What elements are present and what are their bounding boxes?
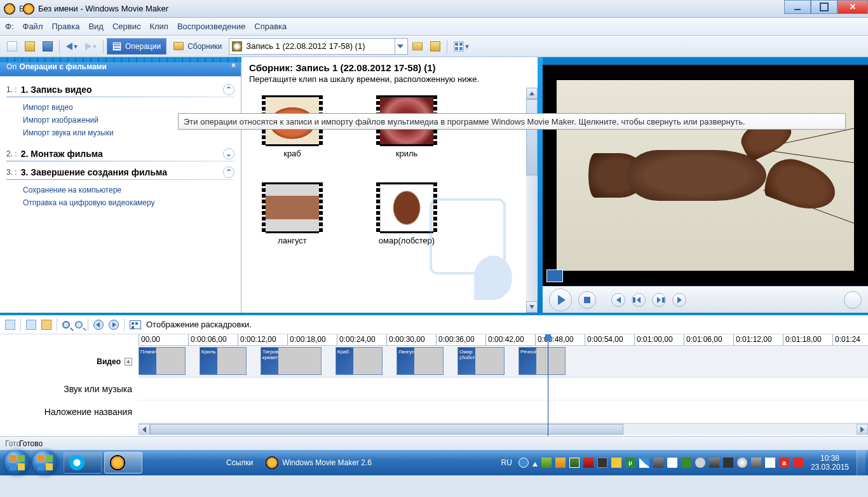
- tray-help-icon[interactable]: [519, 458, 529, 468]
- view-mode-button[interactable]: ▾: [451, 38, 472, 55]
- collection-combobox[interactable]: Запись 1 (22.08.2012 17-58) (1): [229, 38, 408, 55]
- task-section-2[interactable]: 2. : 2. Монтаж фильма ⌄: [6, 148, 234, 160]
- taskbar-app-button[interactable]: Windows Movie Maker 2.6: [266, 456, 372, 469]
- stop-button[interactable]: [578, 291, 596, 309]
- video-track[interactable]: ПланктКрильТигров креветкаКрабЛангустОма…: [139, 346, 868, 378]
- tray-hidden-icons[interactable]: [532, 460, 538, 466]
- scroll-track[interactable]: [150, 424, 857, 435]
- tray-icon[interactable]: [695, 458, 705, 468]
- tray-icon[interactable]: [681, 458, 691, 468]
- tray-utorrent-icon[interactable]: μ: [625, 458, 635, 468]
- timeline-clip[interactable]: Криль: [200, 347, 247, 375]
- timeline-tool-2-icon[interactable]: [26, 320, 36, 330]
- menu-clip[interactable]: Клип: [149, 22, 168, 31]
- prev-frame-button[interactable]: [611, 293, 625, 307]
- save-to-computer-link[interactable]: Сохранение на компьютере: [6, 184, 234, 196]
- chevron-down-icon[interactable]: ⌄: [223, 148, 234, 160]
- new-folder-button[interactable]: [427, 38, 444, 55]
- scroll-thumb[interactable]: [526, 99, 538, 175]
- timeline-rewind-icon[interactable]: [93, 320, 104, 330]
- split-button[interactable]: [844, 291, 862, 309]
- task-section-3[interactable]: 3. : 3. Завершение создания фильма ⌃: [6, 167, 234, 178]
- nav-up-button[interactable]: [409, 38, 426, 55]
- chevron-up-icon[interactable]: ⌃: [223, 167, 234, 178]
- clip-item[interactable]: лангуст: [254, 182, 330, 245]
- taskbar-links-label[interactable]: Ссылки: [226, 458, 253, 467]
- menu-file[interactable]: Файл: [23, 22, 43, 31]
- tray-icon[interactable]: [639, 458, 649, 468]
- timeline-narrate-icon[interactable]: [41, 320, 51, 330]
- timeline-clip[interactable]: Краб: [336, 347, 383, 375]
- expand-track-button[interactable]: +: [125, 358, 132, 365]
- tray-network-icon[interactable]: [751, 458, 761, 468]
- tray-icon[interactable]: [611, 458, 621, 468]
- clip-item[interactable]: омар(лобстер): [369, 182, 445, 245]
- timeline-tracks[interactable]: 00,000:00:06,000:00:12,000:00:18,000:00:…: [139, 334, 868, 436]
- forward-button[interactable]: [652, 293, 666, 307]
- menu-service[interactable]: Сервис: [112, 22, 141, 31]
- scroll-left-button[interactable]: [139, 424, 150, 435]
- tray-icon[interactable]: [541, 458, 552, 468]
- tray-icon[interactable]: [793, 458, 803, 468]
- tray-icon[interactable]: [653, 458, 663, 468]
- maximize-button[interactable]: [811, 0, 837, 14]
- tray-icon[interactable]: [723, 458, 733, 468]
- chevron-up-icon[interactable]: ⌃: [223, 84, 234, 95]
- redo-button[interactable]: ▾: [82, 38, 100, 55]
- chevron-down-icon[interactable]: [395, 39, 405, 54]
- open-button[interactable]: [22, 38, 38, 55]
- timeline-clip[interactable]: Речной: [519, 347, 566, 375]
- tray-antivirus-icon[interactable]: [583, 458, 593, 468]
- taskbar-wmm[interactable]: [104, 452, 142, 473]
- scroll-down-button[interactable]: [526, 301, 538, 313]
- title-track[interactable]: [139, 400, 868, 423]
- next-frame-button[interactable]: [672, 293, 686, 307]
- close-button[interactable]: [837, 0, 868, 14]
- rewind-button[interactable]: [632, 293, 646, 307]
- timeline-h-scrollbar[interactable]: [139, 423, 868, 435]
- menu-help[interactable]: Справка: [254, 22, 287, 31]
- audio-track[interactable]: [139, 378, 868, 400]
- collections-toggle[interactable]: Сборники: [168, 38, 227, 55]
- taskbar-skype[interactable]: [64, 452, 102, 473]
- timeline-tool-1-icon[interactable]: [5, 320, 15, 330]
- playhead[interactable]: [548, 334, 548, 436]
- start-button-dup[interactable]: [28, 450, 62, 475]
- timeline-clip[interactable]: Тигров креветка: [261, 347, 322, 375]
- tray-icon[interactable]: [709, 458, 719, 468]
- timeline-clip[interactable]: Омар (Лобстер): [458, 347, 505, 375]
- tray-volume-icon[interactable]: [765, 458, 775, 468]
- undo-button[interactable]: ▾: [63, 38, 81, 55]
- scroll-thumb[interactable]: [150, 424, 623, 435]
- scroll-right-button[interactable]: [857, 424, 868, 435]
- task-section-1[interactable]: 1. : 1. Запись видео ⌃: [6, 84, 234, 95]
- zoom-in-icon[interactable]: [62, 321, 70, 329]
- vertical-splitter[interactable]: [538, 57, 543, 313]
- save-button[interactable]: [39, 38, 56, 55]
- import-video-link[interactable]: Импорт видео: [6, 101, 234, 114]
- minimize-button[interactable]: [784, 0, 811, 14]
- tray-icon[interactable]: [555, 458, 566, 468]
- operations-toggle[interactable]: Операции: [107, 38, 166, 55]
- show-desktop-button[interactable]: [857, 450, 865, 475]
- zoom-out-icon[interactable]: [75, 321, 83, 329]
- timeline-clip[interactable]: Лангуст: [397, 347, 444, 375]
- tray-icon[interactable]: [737, 458, 747, 468]
- send-to-camera-link[interactable]: Отправка на цифровую видеокамеру: [6, 196, 234, 209]
- play-button[interactable]: [549, 289, 572, 311]
- tray-icon[interactable]: [597, 458, 607, 468]
- tray-icon[interactable]: a: [779, 458, 789, 468]
- new-project-button[interactable]: [4, 38, 20, 55]
- storyboard-label[interactable]: Отображение раскадровки.: [146, 320, 252, 329]
- menu-playback[interactable]: Воспроизведение: [177, 22, 245, 31]
- timeline-ruler[interactable]: 00,000:00:06,000:00:12,000:00:18,000:00:…: [139, 334, 868, 346]
- scroll-up-button[interactable]: [526, 88, 538, 99]
- timeline-play-icon[interactable]: [109, 320, 119, 330]
- storyboard-icon[interactable]: [130, 320, 141, 329]
- tray-clock[interactable]: 10:38 23.03.2015: [807, 454, 853, 472]
- fullscreen-button[interactable]: [546, 269, 563, 282]
- tray-icon[interactable]: [569, 458, 580, 468]
- tray-flag-icon[interactable]: [667, 458, 677, 468]
- menu-edit[interactable]: Правка: [51, 22, 79, 31]
- language-indicator[interactable]: RU: [499, 458, 515, 467]
